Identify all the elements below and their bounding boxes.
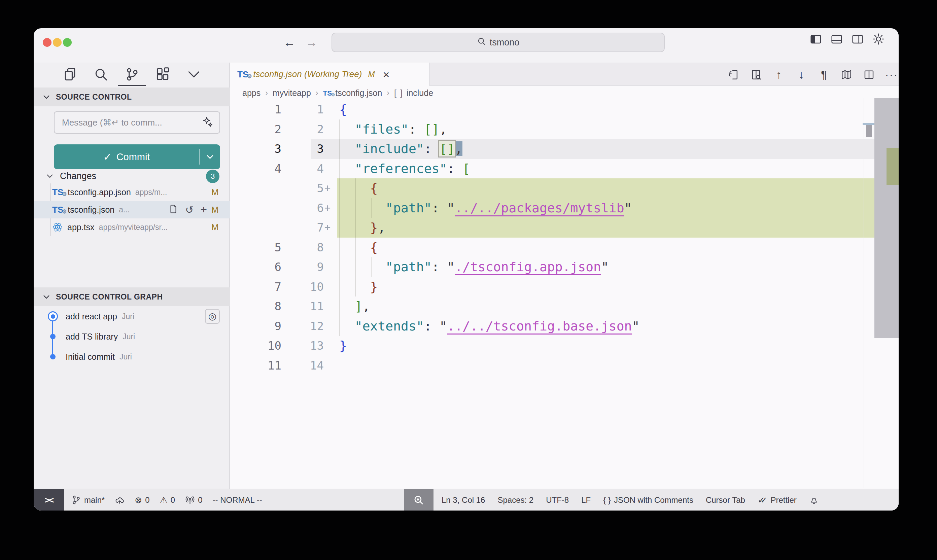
status-item-prettier[interactable]: ✓✓Prettier [758, 495, 797, 505]
modified-line-number[interactable]: 14 [282, 356, 324, 375]
code-line-9[interactable]: 69 "path": "./tsconfig.app.json" [230, 257, 899, 277]
code-line-3[interactable]: 33 "include": [], [230, 139, 899, 159]
zoom-window-button[interactable] [63, 38, 72, 47]
code-line-6[interactable]: 6+ "path": "../../packages/mytslib" [230, 198, 899, 218]
activity-more-chevron-button[interactable] [186, 67, 201, 82]
status-item-json-with-comments[interactable]: { }JSON with Comments [603, 495, 693, 505]
modified-line-number[interactable]: 11 [282, 297, 324, 316]
breadcrumb-item-myviteapp[interactable]: myviteapp [272, 88, 311, 98]
status-item-ln-3-col-16[interactable]: Ln 3, Col 16 [442, 495, 485, 505]
code-line-4[interactable]: 44 "references": [ [230, 159, 899, 179]
original-line-number[interactable]: 11 [230, 356, 282, 375]
settings-gear-button[interactable] [872, 33, 885, 46]
original-line-number[interactable]: 8 [230, 297, 282, 316]
status-item-cursor-tab[interactable]: Cursor Tab [706, 495, 745, 505]
source-control-graph-header[interactable]: SOURCE CONTROL GRAPH [34, 288, 230, 306]
scrollbar-thumb[interactable] [874, 98, 899, 338]
activity-source-control-button[interactable] [125, 67, 139, 82]
code-line-2[interactable]: 22 "files": [], [230, 120, 899, 139]
commit-row[interactable]: Initial commit Juri [34, 347, 230, 367]
original-line-number[interactable]: 9 [230, 316, 282, 336]
open-file-button[interactable] [168, 204, 178, 215]
next-change-button[interactable]: ↓ [795, 67, 808, 82]
commit-button[interactable]: ✓ Commit [54, 145, 220, 169]
status-item-0[interactable]: 0 [185, 495, 202, 505]
activity-search-button[interactable] [94, 67, 108, 82]
breadcrumb-item-include[interactable]: [ ]include [394, 88, 433, 98]
open-changes-button[interactable] [727, 67, 740, 82]
commit-row[interactable]: add react app Juri ◎ [34, 306, 230, 326]
modified-line-number[interactable]: 5 [282, 178, 324, 198]
original-line-number[interactable]: 10 [230, 336, 282, 356]
original-line-number[interactable] [230, 178, 282, 198]
code-line-5[interactable]: 5+ { [230, 178, 899, 198]
code-line-8[interactable]: 58 { [230, 238, 899, 257]
change-row-app.tsx[interactable]: app.tsx apps/myviteapp/sr... M [34, 218, 230, 236]
modified-line-number[interactable]: 7 [282, 218, 324, 238]
change-row-tsconfig.json[interactable]: TS⚙ tsconfig.json a... ↺+ M [34, 201, 230, 218]
activity-explorer-button[interactable] [63, 67, 77, 82]
modified-line-number[interactable]: 13 [282, 336, 324, 356]
map-button[interactable] [840, 67, 853, 82]
previous-change-button[interactable]: ↑ [772, 67, 786, 82]
layout-panel-button[interactable] [831, 33, 843, 46]
original-line-number[interactable]: 4 [230, 159, 282, 179]
status-item-0[interactable]: ⊗0 [135, 495, 149, 505]
zoom-level-indicator[interactable] [404, 489, 434, 511]
modified-line-number[interactable]: 8 [282, 238, 324, 257]
sparkle-ai-icon[interactable] [202, 116, 213, 129]
split-editor-button[interactable] [862, 67, 876, 82]
tab-close-button[interactable]: × [383, 69, 389, 80]
stage-button[interactable]: + [200, 205, 207, 215]
original-line-number[interactable] [230, 198, 282, 218]
status-item-spaces-2[interactable]: Spaces: 2 [497, 495, 534, 505]
code-line-14[interactable]: 1114 [230, 356, 899, 375]
code-line-1[interactable]: 11{ [230, 100, 899, 120]
commit-dropdown-button[interactable] [200, 152, 220, 161]
minimize-window-button[interactable] [53, 38, 62, 47]
more-button[interactable]: ··· [885, 67, 898, 82]
status-item-lf[interactable]: LF [581, 495, 591, 505]
command-center-search[interactable]: tsmono [332, 33, 665, 52]
inline-view-button[interactable] [749, 67, 763, 82]
status-item-utf-8[interactable]: UTF-8 [546, 495, 569, 505]
commit-row[interactable]: add TS library Juri [34, 326, 230, 347]
original-line-number[interactable]: 3 [230, 139, 282, 159]
breadcrumb[interactable]: apps›myviteapp›TS⚙tsconfig.json›[ ]inclu… [242, 86, 433, 100]
discard-button[interactable]: ↺ [185, 205, 194, 215]
changes-group-header[interactable]: Changes [34, 168, 230, 184]
status-item-0[interactable]: ⚠0 [160, 495, 175, 505]
history-forward-button[interactable]: → [306, 34, 318, 51]
source-control-section-header[interactable]: SOURCE CONTROL [34, 88, 230, 106]
modified-line-number[interactable]: 12 [282, 316, 324, 336]
code-line-10[interactable]: 710 } [230, 277, 899, 297]
modified-line-number[interactable]: 6 [282, 198, 324, 218]
breadcrumb-item-apps[interactable]: apps [242, 88, 260, 98]
modified-line-number[interactable]: 10 [282, 277, 324, 297]
original-line-number[interactable]: 7 [230, 277, 282, 297]
activity-extensions-button[interactable] [155, 67, 170, 82]
code-line-7[interactable]: 7+ }, [230, 218, 899, 238]
modified-line-number[interactable]: 1 [282, 100, 324, 120]
original-line-number[interactable]: 1 [230, 100, 282, 120]
close-window-button[interactable] [43, 38, 51, 47]
status-item--normal-[interactable]: -- NORMAL -- [213, 495, 262, 505]
status-item-cloud-upload[interactable] [115, 495, 125, 505]
original-line-number[interactable]: 5 [230, 238, 282, 257]
layout-sidebar-left-button[interactable] [810, 33, 822, 46]
modified-line-number[interactable]: 4 [282, 159, 324, 179]
modified-line-number[interactable]: 9 [282, 257, 324, 277]
modified-line-number[interactable]: 2 [282, 120, 324, 139]
original-line-number[interactable] [230, 218, 282, 238]
commit-message-input[interactable] [62, 117, 202, 128]
checkout-target-button[interactable]: ◎ [205, 309, 220, 324]
code-area[interactable]: 11{22 "files": [],33 "include": [],44 "r… [230, 100, 899, 375]
code-line-13[interactable]: 1013} [230, 336, 899, 356]
status-item-bell[interactable] [809, 495, 819, 505]
modified-line-number[interactable]: 3 [282, 139, 324, 159]
remote-indicator[interactable]: >< [34, 489, 64, 511]
breadcrumb-item-tsconfig.json[interactable]: TS⚙tsconfig.json [323, 88, 382, 98]
original-line-number[interactable]: 6 [230, 257, 282, 277]
tab-tsconfig-working-tree[interactable]: TS⚙ tsconfig.json (Working Tree) M × [230, 63, 430, 86]
code-line-12[interactable]: 912 "extends": "../../tsconfig.base.json… [230, 316, 899, 336]
